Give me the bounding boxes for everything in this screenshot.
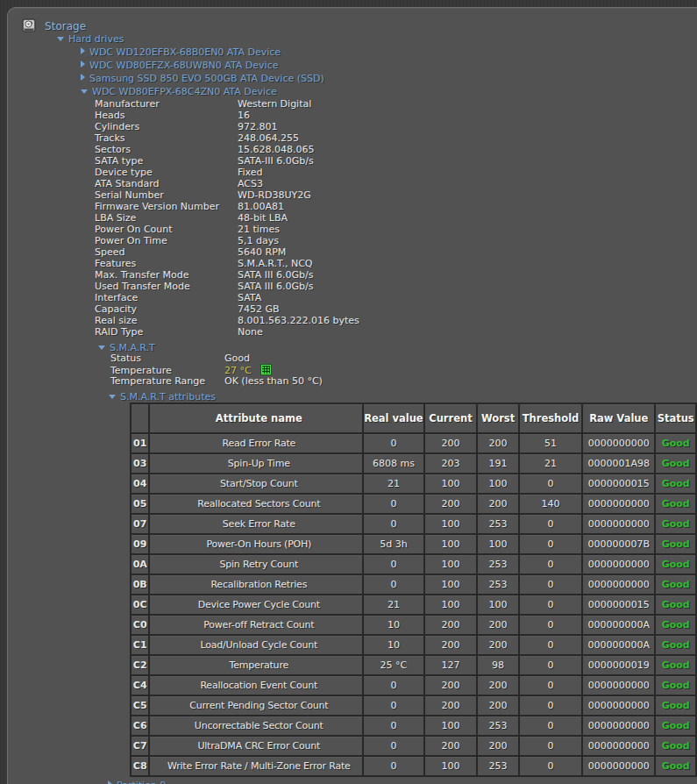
attribute-id-cell: 0A <box>131 554 149 574</box>
chevron-collapsed-icon[interactable] <box>108 780 112 784</box>
header-attribute-name: Attribute name <box>149 403 363 433</box>
status-cell: Good <box>655 655 696 675</box>
header-threshold: Threshold <box>519 403 582 433</box>
tree-expander-icon[interactable] <box>81 89 88 94</box>
smart-summary: StatusGood Temperature27 °C Temperature … <box>110 353 323 387</box>
status-cell: Good <box>655 453 696 474</box>
worst-value-cell: 253 <box>477 574 519 595</box>
property-row: Capacity7452 GB <box>95 303 359 315</box>
property-row: Sectors15.628.048.065 <box>95 144 359 155</box>
status-cell: Good <box>655 756 696 776</box>
real-value-cell: 10 <box>363 635 424 655</box>
real-value-cell: 0 <box>363 736 424 756</box>
smart-temperature-range-row: Temperature RangeOK (less than 50 °C) <box>110 375 323 387</box>
worst-value-cell: 200 <box>477 615 519 635</box>
smart-temperature-range-value: OK (less than 50 °C) <box>224 375 323 387</box>
real-value-cell: 21 <box>363 474 424 494</box>
attribute-name-cell: Spin-Up Time <box>149 453 363 474</box>
smart-table-row: C5 Current Pending Sector Count 0 200 20… <box>131 695 696 716</box>
threshold-cell: 51 <box>519 433 582 453</box>
property-value: SATA <box>238 292 261 303</box>
real-value-cell: 25 °C <box>363 655 424 675</box>
hard-drive-icon <box>22 18 36 32</box>
attribute-id-cell: 09 <box>131 534 149 554</box>
property-row: Power On Count21 times <box>95 224 359 235</box>
smart-table-row: 0C Device Power Cycle Count 21 100 100 0… <box>131 595 696 615</box>
property-row: Speed5640 RPM <box>95 246 359 258</box>
property-value: 7452 GB <box>238 303 280 315</box>
smart-attributes-table: Attribute name Real value Current Worst … <box>130 403 697 777</box>
smart-table-row: 09 Power-On Hours (POH) 5d 3h 100 100 0 … <box>131 534 696 554</box>
raw-value-cell: 0000000000 <box>582 716 655 736</box>
property-value: 48-bit LBA <box>238 212 288 224</box>
raw-value-cell: 0000000000 <box>582 574 655 595</box>
current-value-cell: 100 <box>424 554 478 574</box>
chevron-expanded-icon[interactable] <box>57 37 64 41</box>
tree-item-smart-attributes[interactable]: S.M.A.R.T attributes <box>109 388 216 402</box>
threshold-cell: 0 <box>519 514 582 534</box>
property-row: FeaturesS.M.A.R.T., NCQ <box>95 258 359 269</box>
tree-item-partition[interactable]: Partition 0 <box>108 777 166 784</box>
attribute-id-cell: 0B <box>131 574 149 595</box>
attribute-id-cell: C7 <box>131 736 149 756</box>
chevron-expanded-icon[interactable] <box>98 346 105 350</box>
current-value-cell: 100 <box>424 474 478 494</box>
smart-table-row: C1 Load/Unload Cycle Count 10 200 200 0 … <box>131 635 696 655</box>
worst-value-cell: 253 <box>477 554 519 574</box>
status-cell: Good <box>655 635 696 655</box>
attribute-id-cell: C1 <box>131 635 149 655</box>
worst-value-cell: 200 <box>477 736 519 756</box>
property-row: Tracks248.064.255 <box>95 132 359 144</box>
tree-item-device[interactable]: WDC WD80EFZX-68UW8N0 ATA Device <box>81 57 324 70</box>
attribute-id-cell: C5 <box>131 695 149 716</box>
real-value-cell: 0 <box>363 716 424 736</box>
raw-value-cell: 0000000000 <box>582 514 655 534</box>
tree-item-label[interactable]: Partition 0 <box>117 780 166 784</box>
property-value: S.M.A.R.T., NCQ <box>238 258 313 269</box>
threshold-cell: 0 <box>519 655 582 675</box>
worst-value-cell: 200 <box>477 675 519 695</box>
property-row: LBA Size48-bit LBA <box>95 212 359 224</box>
tree-item-device[interactable]: WDC WD80EFPX-68C4ZN0 ATA Device <box>81 83 324 96</box>
attribute-id-cell: 01 <box>131 433 149 453</box>
tree-expander-icon[interactable] <box>81 61 85 68</box>
property-row: Cylinders972.801 <box>95 121 359 132</box>
property-value: 15.628.048.065 <box>238 144 314 155</box>
property-value: 5640 RPM <box>238 246 286 258</box>
threshold-cell: 21 <box>519 453 582 474</box>
real-value-cell: 0 <box>363 756 424 776</box>
tree-expander-icon[interactable] <box>81 47 85 54</box>
tree-item-device[interactable]: Samsung SSD 850 EVO 500GB ATA Device (SS… <box>81 70 324 83</box>
current-value-cell: 100 <box>424 534 478 554</box>
attribute-id-cell: 0C <box>131 595 149 615</box>
threshold-cell: 0 <box>519 615 582 635</box>
property-value: SATA III 6.0Gb/s <box>238 281 313 292</box>
attribute-name-cell: Read Error Rate <box>149 433 363 453</box>
real-value-cell: 0 <box>363 433 424 453</box>
worst-value-cell: 253 <box>477 514 519 534</box>
property-value: Western Digital <box>238 98 311 110</box>
property-label: Used Transfer Mode <box>95 281 238 292</box>
raw-value-cell: 0000000019 <box>582 655 655 675</box>
smart-status-row: StatusGood <box>110 353 323 364</box>
status-cell: Good <box>655 595 696 615</box>
tree-expander-icon[interactable] <box>81 74 85 81</box>
smart-temperature-row: Temperature27 °C <box>110 364 323 375</box>
threshold-cell: 0 <box>519 595 582 615</box>
tree-item-label[interactable]: WDC WD80EFPX-68C4ZN0 ATA Device <box>92 86 277 97</box>
tree-item-label[interactable]: S.M.A.R.T attributes <box>120 391 216 403</box>
status-cell: Good <box>655 675 696 695</box>
status-cell: Good <box>655 534 696 554</box>
threshold-cell: 0 <box>519 574 582 595</box>
worst-value-cell: 200 <box>477 635 519 655</box>
tree-item-device[interactable]: WDC WD120EFBX-68B0EN0 ATA Device <box>81 44 324 57</box>
chevron-expanded-icon[interactable] <box>109 395 116 399</box>
attribute-id-cell: 03 <box>131 453 149 474</box>
tree-item-hard-drives[interactable]: Hard drives <box>57 31 124 44</box>
property-label: Power On Count <box>95 224 238 235</box>
property-value: SATA III 6.0Gb/s <box>238 269 313 281</box>
raw-value-cell: 0000000000 <box>582 554 655 574</box>
attribute-id-cell: C2 <box>131 655 149 675</box>
tree-item-smart[interactable]: S.M.A.R.T <box>98 339 155 353</box>
real-value-cell: 0 <box>363 574 424 595</box>
